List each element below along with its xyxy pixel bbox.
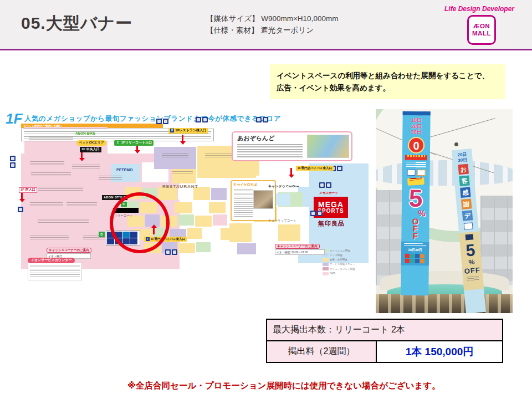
character-square: 客 (459, 176, 470, 187)
legend-swatch (323, 272, 329, 275)
map-label: 1F 西入口 (19, 187, 37, 193)
map-block (187, 228, 202, 239)
map-block (203, 229, 219, 240)
legend-swatch (323, 263, 329, 266)
legend-label: グッズ関連 (330, 254, 342, 257)
atrium-wall-right (480, 196, 513, 285)
map-tiny-text (66, 202, 97, 207)
facility-icon (10, 162, 16, 168)
facility-icon (319, 182, 325, 188)
floor-map: 1F 人気のメガショップから最旬ファッションブランドまで今が体感できるフロア ★… (6, 109, 369, 284)
off-text: OFF (401, 217, 429, 239)
small-text-lines (404, 243, 426, 246)
map-label: E1Fレストラン棟入口 (168, 128, 208, 134)
spec-size: 【媒体サイズ】 W900mm×H10,000mm (206, 13, 338, 24)
facility-icon (172, 249, 177, 255)
map-block (237, 243, 256, 254)
character-square: 謝 (461, 198, 472, 209)
map-block (178, 188, 192, 200)
legend-label: サービス関連メニュー (330, 263, 355, 265)
entrance-arrow (81, 151, 83, 158)
pricing-table: 最大掲出本数：リリーコート 2本 掲出料（2週間） 1本 150,000円 (266, 319, 503, 363)
mou-title: モゥイケロちば (233, 182, 257, 187)
logo-square (405, 253, 409, 258)
entrance-arrow (182, 135, 183, 141)
d-badge: D (99, 232, 105, 237)
logo-square (410, 258, 414, 263)
facility-icon (202, 117, 208, 122)
map-label: チューリップコート (268, 219, 296, 223)
mou-photo (253, 190, 273, 209)
map-label: キャッシュコーナーのご案内 (47, 248, 91, 253)
legend-row: グッズ関連 (323, 253, 342, 257)
map-block (229, 223, 252, 242)
entrance-arrow (21, 192, 23, 199)
callout-line2: 広告・イベント効果を高めます。 (277, 82, 498, 94)
entrance-arrow (290, 168, 292, 175)
map-label: PETEMO (116, 168, 133, 173)
legend-label: 食事・食品関連 (330, 258, 347, 261)
logo-square (420, 254, 424, 258)
banner-blue-panel: 20日30日 (401, 241, 429, 265)
fee-value: 1本 150,000円 (377, 341, 502, 362)
card-icon (417, 170, 425, 176)
mall-floor (376, 294, 513, 313)
character-square: デ (462, 210, 473, 221)
aeon-mall-logo: ÆON MALL (467, 15, 496, 45)
fee-label: 掲出料（2週間） (267, 341, 377, 362)
legend-label: アミューズメント関連 (330, 268, 355, 270)
map-tiny-text (30, 161, 64, 166)
map-block (213, 214, 227, 226)
banner-days: 10日20日30日 (402, 115, 430, 135)
card-icon (407, 169, 415, 175)
floor-headline: 人気のメガショップから最旬ファッションブランドまで今が体感できるフロア (24, 114, 281, 124)
facility-icon (337, 166, 342, 171)
facility-icon (10, 156, 16, 161)
entrance-badge: E (170, 129, 174, 132)
media-specs: 【媒体サイズ】 W900mm×H10,000mm 【仕様・素材】 遮光ターポリン (206, 13, 338, 36)
facility-icon (263, 117, 268, 122)
legend-row: サービス関連メニュー (323, 263, 355, 266)
footnote: ※全店合同セール・プロモーション展開時には使用できない場合がございます。 (127, 380, 441, 392)
legend-swatch (323, 267, 329, 270)
max-count-row: 最大掲出本数：リリーコート 2本 (267, 320, 502, 341)
map-label: 1F専門店バイパス東入口 (296, 166, 334, 171)
logo-square (415, 258, 419, 263)
aozora-land-infobox: あおぞらんど (232, 131, 352, 161)
map-tiny-text (72, 165, 100, 169)
map-tiny-text (172, 171, 193, 175)
discount-5: 5 (460, 241, 481, 259)
banner-day: 10日 (403, 117, 431, 124)
logo-square (420, 259, 424, 263)
map-label: メガスポーツ (319, 191, 338, 195)
highlight-circle (110, 192, 170, 253)
off-text: OFF (462, 265, 483, 275)
map-block (193, 201, 208, 213)
facility-icon (326, 182, 331, 188)
legend-label: ファッション関連 (330, 249, 350, 252)
map-block (196, 242, 211, 252)
zero-circle: 0 (408, 136, 424, 153)
small-logo-box (464, 222, 473, 229)
small-text-lines (467, 276, 479, 282)
map-tiny-text (38, 187, 83, 192)
map-tiny-text (162, 154, 188, 157)
facility-icon (310, 211, 316, 216)
mou-text (234, 189, 253, 217)
map-block (211, 188, 227, 200)
map-label: 1F 中央入口 (80, 147, 101, 152)
aozora-land-title: あおぞらんど (237, 134, 275, 142)
callout-line1: イベントスペースの利用等と組み合わせた展開をすることで、 (277, 70, 498, 82)
facility-icon (18, 207, 23, 212)
card-icon (466, 234, 474, 240)
entrance-badge: C (116, 141, 120, 144)
fee-row: 掲出料（2週間） 1本 150,000円 (267, 341, 502, 362)
facility-icon (165, 249, 171, 255)
map-block (274, 193, 290, 206)
character-square: 感 (460, 187, 471, 198)
banner-days: 20日30日 (452, 149, 473, 163)
aozora-land-text (237, 144, 303, 157)
legend-swatch (323, 258, 329, 262)
legend-row: アミューズメント関連 (323, 267, 355, 270)
map-block (195, 216, 212, 227)
